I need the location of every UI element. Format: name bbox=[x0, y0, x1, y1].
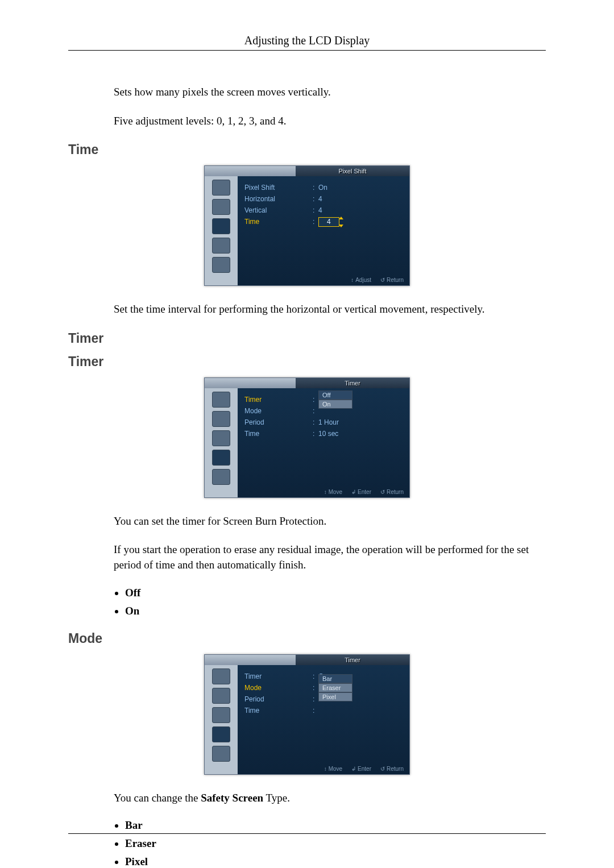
osd-footer-label: Move bbox=[329, 766, 342, 772]
list-item: Bar bbox=[125, 819, 143, 831]
osd-icon-picture[interactable] bbox=[212, 199, 230, 215]
osd-row-value: 4 bbox=[318, 195, 322, 203]
osd-option[interactable]: On bbox=[318, 400, 352, 409]
mode-para: You can change the Safety Screen Type. bbox=[114, 791, 546, 806]
osd-row-label: Vertical bbox=[244, 206, 313, 214]
heading-timer-2: Timer bbox=[68, 354, 546, 369]
osd-spinner[interactable]: 4 bbox=[318, 217, 339, 227]
osd-mode: Timer Timer : On Mode bbox=[204, 654, 410, 775]
osd-icon-setup[interactable] bbox=[212, 450, 230, 466]
osd-icon-multi[interactable] bbox=[212, 469, 230, 485]
osd-row-label: Horizontal bbox=[244, 195, 313, 203]
osd-title: Timer bbox=[296, 378, 409, 388]
mode-para-suffix: Type. bbox=[263, 792, 290, 804]
time-para: Set the time interval for performing the… bbox=[114, 302, 546, 317]
list-item: On bbox=[125, 605, 139, 617]
osd-icon-time[interactable] bbox=[212, 707, 230, 723]
osd-row-value: 4 bbox=[318, 206, 322, 214]
osd-dropdown[interactable]: Off On bbox=[318, 391, 352, 409]
osd-row-label: Period bbox=[244, 695, 313, 703]
osd-row-value: 1 Hour bbox=[318, 418, 339, 426]
osd-title: Pixel Shift bbox=[296, 166, 409, 176]
return-icon bbox=[380, 277, 385, 283]
osd-row-label-selected: Mode bbox=[244, 684, 313, 692]
osd-footer-label: Enter bbox=[358, 489, 371, 495]
osd-row-label: Mode bbox=[244, 407, 313, 415]
osd-row-label-selected: Timer bbox=[244, 396, 313, 404]
osd-footer-label: Adjust bbox=[355, 277, 371, 283]
timer-para-2: If you start the operation to erase any … bbox=[114, 542, 546, 572]
updown-icon bbox=[351, 277, 354, 283]
enter-icon bbox=[351, 489, 356, 495]
osd-footer-label: Return bbox=[387, 766, 404, 772]
osd-icon-multi[interactable] bbox=[212, 746, 230, 762]
osd-icon-time[interactable] bbox=[212, 218, 230, 234]
osd-timer: Timer Timer : Off On bbox=[204, 377, 410, 498]
page-header-title: Adjusting the LCD Display bbox=[68, 34, 546, 51]
osd-icon-input[interactable] bbox=[212, 392, 230, 408]
heading-timer-1: Timer bbox=[68, 331, 546, 346]
osd-icon-input[interactable] bbox=[212, 180, 230, 196]
osd-icon-multi[interactable] bbox=[212, 257, 230, 273]
osd-footer-label: Return bbox=[387, 277, 404, 283]
enter-icon bbox=[351, 766, 356, 772]
osd-icon-input[interactable] bbox=[212, 668, 230, 684]
timer-para-1: You can set the timer for Screen Burn Pr… bbox=[114, 514, 546, 529]
osd-icon-setup[interactable] bbox=[212, 238, 230, 254]
osd-footer-label: Enter bbox=[358, 766, 371, 772]
osd-icon-picture[interactable] bbox=[212, 411, 230, 427]
mode-options-list: Bar Eraser Pixel bbox=[125, 819, 546, 868]
timer-options-list: Off On bbox=[125, 587, 546, 617]
osd-row-label-selected: Time bbox=[244, 218, 313, 226]
osd-title: Timer bbox=[296, 655, 409, 665]
osd-pixel-shift: Pixel Shift Pixel Shift : On bbox=[204, 165, 410, 286]
osd-row-label: Timer bbox=[244, 672, 313, 680]
osd-row-label: Pixel Shift bbox=[244, 184, 313, 192]
intro-para-2: Five adjustment levels: 0, 1, 2, 3, and … bbox=[114, 114, 546, 129]
mode-para-prefix: You can change the bbox=[114, 792, 201, 804]
osd-option[interactable]: Pixel bbox=[318, 692, 352, 701]
heading-time: Time bbox=[68, 142, 546, 157]
osd-dropdown[interactable]: Bar Eraser Pixel bbox=[318, 674, 352, 701]
updown-icon bbox=[324, 489, 327, 495]
osd-option[interactable]: Eraser bbox=[318, 683, 352, 692]
osd-icon-strip bbox=[205, 665, 238, 774]
list-item: Pixel bbox=[125, 855, 148, 867]
list-item: Eraser bbox=[125, 837, 156, 849]
mode-para-bold: Safety Screen bbox=[201, 792, 263, 804]
osd-icon-time[interactable] bbox=[212, 430, 230, 446]
osd-option[interactable]: Off bbox=[318, 391, 352, 400]
intro-para-1: Sets how many pixels the screen moves ve… bbox=[114, 85, 546, 100]
list-item: Off bbox=[125, 587, 140, 599]
osd-footer-label: Return bbox=[387, 489, 404, 495]
heading-mode: Mode bbox=[68, 631, 546, 646]
footer-rule bbox=[68, 833, 546, 834]
return-icon bbox=[380, 766, 385, 772]
osd-icon-setup[interactable] bbox=[212, 726, 230, 742]
osd-row-value: On bbox=[318, 184, 327, 192]
return-icon bbox=[380, 489, 385, 495]
osd-option[interactable]: Bar bbox=[318, 674, 352, 683]
osd-row-label: Time bbox=[244, 707, 313, 715]
osd-icon-picture[interactable] bbox=[212, 688, 230, 704]
osd-row-value: 10 sec bbox=[318, 430, 338, 438]
osd-icon-strip bbox=[205, 176, 238, 285]
osd-icon-strip bbox=[205, 388, 238, 497]
osd-row-label: Period bbox=[244, 418, 313, 426]
updown-icon bbox=[324, 766, 327, 772]
osd-footer-label: Move bbox=[329, 489, 342, 495]
osd-row-label: Time bbox=[244, 430, 313, 438]
